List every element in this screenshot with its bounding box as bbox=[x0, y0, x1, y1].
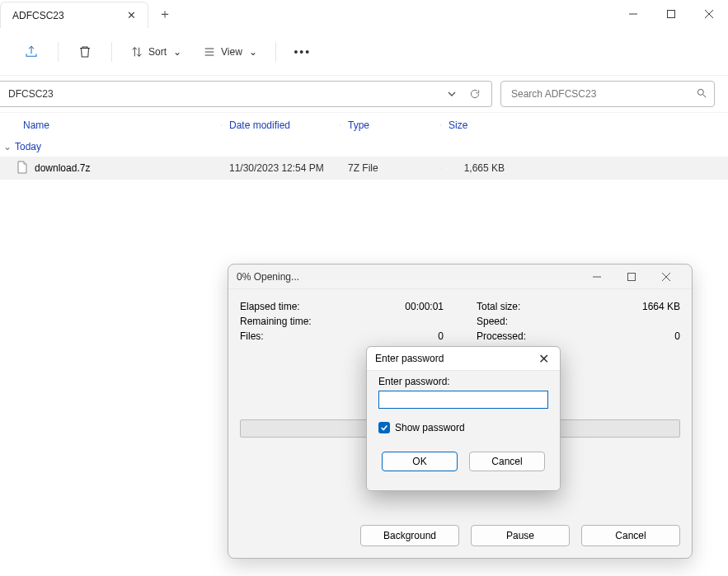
view-button[interactable]: View ⌄ bbox=[196, 37, 264, 67]
address-dropdown-button[interactable] bbox=[440, 82, 463, 105]
remaining-value bbox=[394, 316, 444, 330]
svg-rect-1 bbox=[668, 11, 675, 18]
window-controls bbox=[614, 0, 728, 28]
file-row[interactable]: download.7z 11/30/2023 12:54 PM 7Z File … bbox=[0, 157, 728, 180]
pause-button[interactable]: Pause bbox=[471, 525, 570, 546]
window-tab[interactable]: ADFCSC23 ✕ bbox=[0, 2, 148, 28]
file-size: 1,665 KB bbox=[440, 162, 521, 174]
search-input[interactable] bbox=[510, 87, 696, 101]
password-ok-button[interactable]: OK bbox=[382, 452, 458, 471]
file-type: 7Z File bbox=[340, 162, 440, 174]
search-box[interactable] bbox=[500, 81, 715, 107]
file-icon bbox=[16, 161, 28, 176]
sort-label: Sort bbox=[148, 46, 167, 58]
address-bar[interactable]: DFCSC23 bbox=[0, 81, 492, 107]
more-button[interactable]: ••• bbox=[288, 37, 317, 67]
column-headers: Name Date modified Type Size bbox=[0, 112, 728, 137]
svg-rect-10 bbox=[628, 273, 636, 280]
minimize-button[interactable] bbox=[614, 0, 652, 28]
view-label: View bbox=[221, 46, 242, 58]
progress-maximize-button[interactable] bbox=[614, 265, 649, 289]
speed-label: Speed: bbox=[477, 316, 631, 330]
svg-point-7 bbox=[697, 89, 703, 95]
group-label: Today bbox=[15, 141, 41, 152]
share-button[interactable] bbox=[16, 37, 46, 67]
background-button[interactable]: Background bbox=[360, 525, 459, 546]
group-header[interactable]: ⌄ Today bbox=[0, 137, 728, 157]
file-date: 11/30/2023 12:54 PM bbox=[221, 162, 340, 174]
column-name[interactable]: Name bbox=[0, 119, 221, 131]
sort-button[interactable]: Sort ⌄ bbox=[124, 37, 188, 67]
cancel-button[interactable]: Cancel bbox=[581, 525, 680, 546]
close-window-button[interactable] bbox=[690, 0, 728, 28]
chevron-down-icon: ⌄ bbox=[173, 46, 181, 58]
new-tab-button[interactable]: ＋ bbox=[148, 0, 181, 28]
password-cancel-button[interactable]: Cancel bbox=[469, 452, 545, 471]
column-date[interactable]: Date modified bbox=[221, 119, 340, 131]
remaining-label: Remaining time: bbox=[240, 316, 394, 330]
password-label: Enter password: bbox=[378, 376, 548, 387]
chevron-down-icon: ⌄ bbox=[249, 46, 257, 58]
processed-value: 0 bbox=[631, 330, 680, 345]
password-input[interactable] bbox=[378, 391, 548, 409]
progress-minimize-button[interactable] bbox=[580, 265, 614, 289]
speed-value bbox=[631, 316, 680, 330]
file-name: download.7z bbox=[35, 162, 90, 174]
chevron-down-icon: ⌄ bbox=[3, 141, 12, 152]
svg-line-8 bbox=[703, 94, 707, 97]
refresh-button[interactable] bbox=[463, 82, 486, 105]
checkbox-checked-icon bbox=[378, 422, 390, 433]
delete-button[interactable] bbox=[70, 37, 100, 67]
progress-dialog-titlebar[interactable]: 0% Opening... bbox=[228, 265, 692, 289]
password-dialog-titlebar[interactable]: Enter password ✕ bbox=[367, 347, 560, 370]
progress-close-button[interactable] bbox=[649, 265, 683, 289]
total-size-label: Total size: bbox=[477, 301, 631, 316]
maximize-button[interactable] bbox=[652, 0, 690, 28]
address-text: DFCSC23 bbox=[8, 88, 440, 100]
elapsed-value: 00:00:01 bbox=[394, 301, 444, 316]
column-type[interactable]: Type bbox=[340, 119, 440, 131]
titlebar: ADFCSC23 ✕ ＋ bbox=[0, 0, 728, 28]
tab-title: ADFCSC23 bbox=[12, 10, 124, 21]
files-value: 0 bbox=[394, 330, 444, 345]
password-dialog-title: Enter password bbox=[375, 353, 444, 364]
show-password-checkbox[interactable]: Show password bbox=[378, 422, 548, 433]
show-password-label: Show password bbox=[395, 422, 465, 433]
total-size-value: 1664 KB bbox=[631, 301, 680, 316]
search-icon[interactable] bbox=[696, 87, 707, 101]
files-label: Files: bbox=[240, 330, 394, 345]
enter-password-dialog: Enter password ✕ Enter password: Show pa… bbox=[366, 346, 561, 491]
toolbar: Sort ⌄ View ⌄ ••• bbox=[0, 28, 728, 76]
address-row: DFCSC23 bbox=[0, 76, 728, 112]
column-size[interactable]: Size bbox=[440, 119, 505, 131]
close-tab-icon[interactable]: ✕ bbox=[124, 9, 138, 22]
progress-dialog-title: 0% Opening... bbox=[237, 271, 299, 283]
processed-label: Processed: bbox=[477, 330, 631, 345]
elapsed-label: Elapsed time: bbox=[240, 301, 394, 316]
password-dialog-close-button[interactable]: ✕ bbox=[535, 351, 552, 367]
